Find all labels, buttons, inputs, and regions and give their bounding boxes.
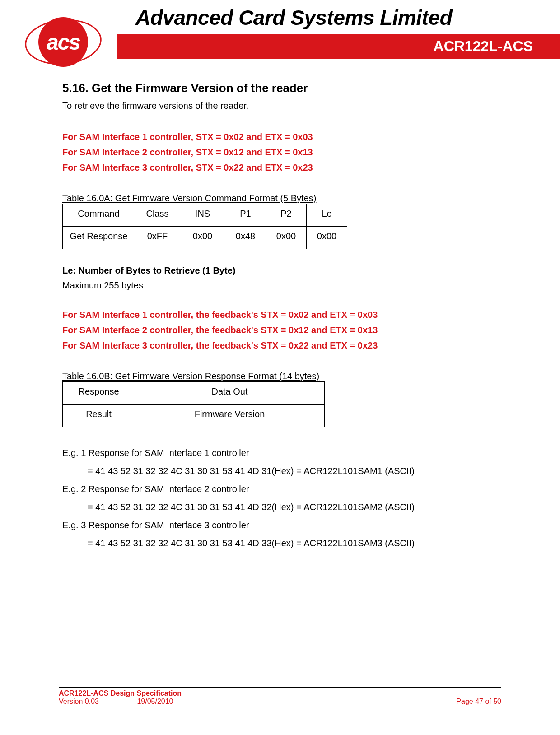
table-cell: 0xFF (135, 227, 180, 249)
logo: acs (23, 11, 104, 74)
page-header: acs Advanced Card Systems Limited ACR122… (0, 0, 560, 59)
table-cell: Firmware Version (135, 405, 325, 427)
footer-version: Version 0.03 (59, 698, 99, 705)
sam-note: For SAM Interface 2 controller, STX = 0x… (62, 144, 501, 160)
table-header-cell: INS (180, 204, 225, 227)
sam-note: For SAM Interface 3 controller, STX = 0x… (62, 160, 501, 175)
section-heading: Get the Firmware Version of the reader (92, 81, 308, 95)
sam-note: For SAM Interface 1 controller, the feed… (62, 307, 501, 322)
table-header-cell: P1 (225, 204, 266, 227)
example-value: = 41 43 52 31 32 32 4C 31 30 31 53 41 4D… (62, 535, 501, 551)
example-label: E.g. 1 Response for SAM Interface 1 cont… (62, 445, 501, 461)
footer-page-number: Page 47 of 50 (456, 689, 501, 706)
table-a-caption: Table 16.0A: Get Firmware Version Comman… (62, 193, 501, 204)
table-row: Get Response 0xFF 0x00 0x48 0x00 0x00 (63, 227, 347, 249)
table-row: Command Class INS P1 P2 Le (63, 204, 347, 227)
footer-date: 19/05/2010 (137, 698, 173, 705)
table-b-caption: Table 16.0B: Get Firmware Version Respon… (62, 371, 501, 381)
company-name: Advanced Card Systems Limited (135, 5, 452, 30)
table-cell: 0x00 (266, 227, 307, 249)
sam-note: For SAM Interface 1 controller, STX = 0x… (62, 129, 501, 144)
sam-note: For SAM Interface 3 controller, the feed… (62, 338, 501, 353)
table-row: Result Firmware Version (63, 405, 325, 427)
example-value: = 41 43 52 31 32 32 4C 31 30 31 53 41 4D… (62, 463, 501, 479)
le-description: Maximum 255 bytes (62, 280, 501, 291)
example-value: = 41 43 52 31 32 32 4C 31 30 31 53 41 4D… (62, 499, 501, 515)
sam-notes-a: For SAM Interface 1 controller, STX = 0x… (62, 129, 501, 175)
table-header-cell: Command (63, 204, 135, 227)
product-name: ACR122L-ACS (434, 38, 533, 55)
table-header-cell: P2 (266, 204, 307, 227)
table-cell: 0x00 (180, 227, 225, 249)
document-content: 5.16. Get the Firmware Version of the re… (0, 59, 560, 551)
sam-note: For SAM Interface 2 controller, the feed… (62, 322, 501, 338)
examples-block: E.g. 1 Response for SAM Interface 1 cont… (62, 445, 501, 551)
example-label: E.g. 3 Response for SAM Interface 3 cont… (62, 517, 501, 533)
table-cell: 0x48 (225, 227, 266, 249)
section-title: 5.16. Get the Firmware Version of the re… (62, 81, 501, 95)
le-label: Le: Number of Bytes to Retrieve (1 Byte) (62, 265, 501, 276)
table-header-cell: Data Out (135, 382, 325, 405)
section-number: 5.16. (62, 81, 89, 95)
sam-notes-b: For SAM Interface 1 controller, the feed… (62, 307, 501, 353)
logo-text: acs (47, 30, 80, 55)
table-cell: 0x00 (307, 227, 347, 249)
table-header-cell: Le (307, 204, 347, 227)
intro-text: To retrieve the firmware versions of the… (62, 101, 501, 111)
page-footer: ACR122L-ACS Design Specification Version… (0, 687, 560, 706)
table-row: Response Data Out (63, 382, 325, 405)
product-bar: ACR122L-ACS (117, 34, 560, 59)
table-header-cell: Response (63, 382, 135, 405)
footer-spec-info: ACR122L-ACS Design Specification Version… (59, 689, 182, 706)
table-header-cell: Class (135, 204, 180, 227)
command-format-table: Command Class INS P1 P2 Le Get Response … (62, 204, 347, 249)
response-format-table: Response Data Out Result Firmware Versio… (62, 381, 325, 427)
table-cell: Result (63, 405, 135, 427)
example-label: E.g. 2 Response for SAM Interface 2 cont… (62, 481, 501, 497)
table-cell: Get Response (63, 227, 135, 249)
logo-circle-icon: acs (38, 17, 88, 67)
footer-spec-title: ACR122L-ACS Design Specification (59, 689, 182, 698)
